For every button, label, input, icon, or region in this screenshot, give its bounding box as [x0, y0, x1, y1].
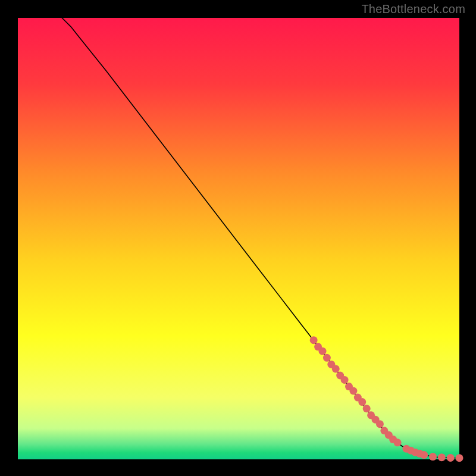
svg-point-25	[420, 451, 428, 459]
svg-point-20	[394, 439, 402, 446]
svg-point-1	[310, 336, 318, 344]
svg-point-12	[358, 398, 366, 406]
svg-point-6	[332, 365, 340, 372]
svg-point-4	[323, 354, 331, 362]
svg-point-29	[456, 454, 464, 462]
svg-rect-0	[18, 18, 459, 459]
svg-point-16	[376, 420, 384, 428]
svg-point-26	[429, 453, 437, 461]
chart-canvas	[0, 0, 476, 476]
chart-stage: TheBottleneck.com	[0, 0, 476, 476]
svg-point-13	[363, 405, 371, 412]
svg-point-8	[341, 376, 349, 384]
svg-point-3	[318, 347, 326, 355]
svg-point-28	[447, 454, 455, 462]
svg-point-10	[349, 387, 357, 394]
svg-point-27	[438, 453, 446, 461]
